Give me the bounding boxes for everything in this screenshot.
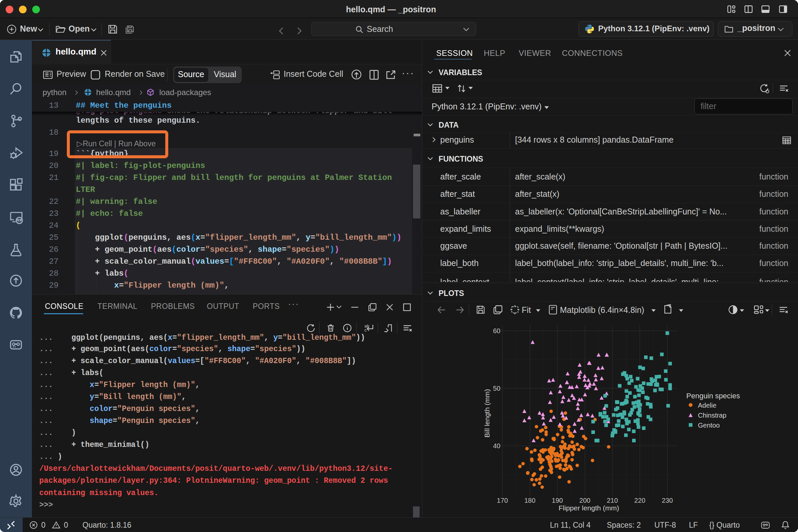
svg-text:190: 190 [552,497,563,504]
svg-text:40: 40 [493,442,500,450]
svg-text:200: 200 [579,497,590,504]
svg-text:210: 210 [607,497,618,504]
svg-text:180: 180 [524,497,535,504]
svg-text:Flipper length (mm): Flipper length (mm) [558,504,619,512]
svg-text:Adelie: Adelie [698,402,717,409]
svg-text:Penguin species: Penguin species [686,392,740,400]
svg-text:230: 230 [662,497,673,504]
svg-text:60: 60 [493,327,500,335]
svg-text:170: 170 [497,497,508,504]
svg-text:c: c [364,327,367,332]
svg-text:Chinstrap: Chinstrap [698,412,726,419]
svg-text:Bill length (mm): Bill length (mm) [483,389,491,438]
svg-text:Gentoo: Gentoo [698,422,720,429]
svg-text:220: 220 [634,497,645,504]
svg-text:50: 50 [493,385,500,392]
